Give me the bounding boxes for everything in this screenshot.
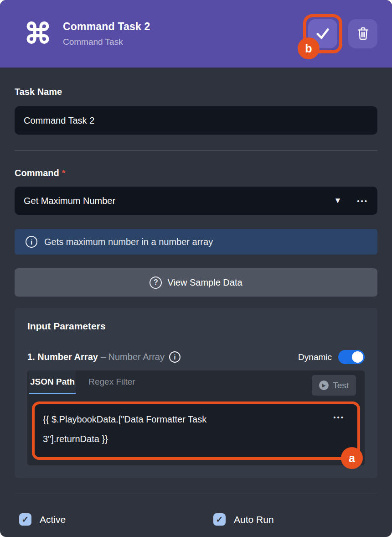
command-selected-value: Get Maximum Number [24,196,334,206]
input-parameters-panel: Input Parameters 1. Number Array – Numbe… [15,308,377,478]
delete-button[interactable] [348,19,377,48]
command-select[interactable]: Get Maximum Number ▼ ••• [15,187,377,215]
command-description-banner: i Gets maximum number in a number array [15,229,377,255]
task-name-label: Task Name [15,87,377,97]
task-subtitle: Command Task [63,37,308,47]
command-menu-ellipsis-icon[interactable]: ••• [357,197,368,205]
active-label: Active [40,514,66,525]
view-sample-data-label: View Sample Data [167,277,242,288]
toggle-knob [352,351,363,363]
active-checkbox[interactable]: ✓ [19,513,31,526]
header-titles: Command Task 2 Command Task [63,21,308,47]
parameter-type: – Number Array [101,352,165,362]
json-path-ellipsis-icon[interactable]: ••• [333,413,345,421]
header-actions: b [308,19,377,48]
task-body: Task Name Command* Get Maximum Number ▼ … [0,87,392,526]
command-label-text: Command [15,168,59,178]
info-icon: i [26,236,37,248]
tab-regex-filter[interactable]: Regex Filter [88,370,136,394]
task-header: ⌘ Command Task 2 Command Task b [0,0,392,68]
check-icon [315,26,330,42]
task-footer: ✓ Active ✓ Auto Run [15,513,377,526]
required-marker: * [62,168,66,178]
question-icon: ? [150,276,162,289]
trash-icon [357,26,369,42]
command-description: Gets maximum number in a number array [44,237,213,247]
auto-run-label: Auto Run [234,514,274,525]
task-name-input[interactable] [15,106,377,135]
test-button[interactable]: ▶ Test [312,375,356,396]
view-sample-data-button[interactable]: ? View Sample Data [15,268,377,297]
divider [15,494,377,494]
divider [15,150,377,151]
auto-run-checkbox-group[interactable]: ✓ Auto Run [213,513,274,526]
chevron-down-icon[interactable]: ▼ [334,196,341,205]
json-path-field-annotated: {{ $.PlaybookData.["Data Formatter Task … [32,401,360,460]
command-icon: ⌘ [24,20,52,48]
tab-json-path[interactable]: JSON Path [29,370,76,394]
auto-run-checkbox[interactable]: ✓ [213,513,226,526]
test-button-label: Test [333,381,349,391]
parameter-info-icon[interactable]: i [169,351,181,363]
active-checkbox-group[interactable]: ✓ Active [19,513,213,526]
play-icon: ▶ [319,381,329,390]
annotation-badge-b: b [298,37,320,59]
parameter-name: 1. Number Array [27,352,98,362]
parameter-row: 1. Number Array – Number Array i Dynamic [27,350,365,364]
input-parameters-heading: Input Parameters [27,321,365,332]
parameter-input-tabpanel: JSON Path Regex Filter ▶ Test {{ $.Playb… [27,370,365,465]
annotation-badge-a: a [341,447,363,469]
task-config-panel: ⌘ Command Task 2 Command Task b [0,0,392,537]
dynamic-toggle[interactable] [338,350,365,364]
task-title: Command Task 2 [63,21,308,33]
command-label: Command* [15,168,377,178]
dynamic-label: Dynamic [298,352,332,362]
confirm-button-annotated: b [308,19,337,48]
dynamic-toggle-group: Dynamic [298,350,365,364]
json-path-input[interactable]: {{ $.PlaybookData.["Data Formatter Task … [35,404,290,454]
